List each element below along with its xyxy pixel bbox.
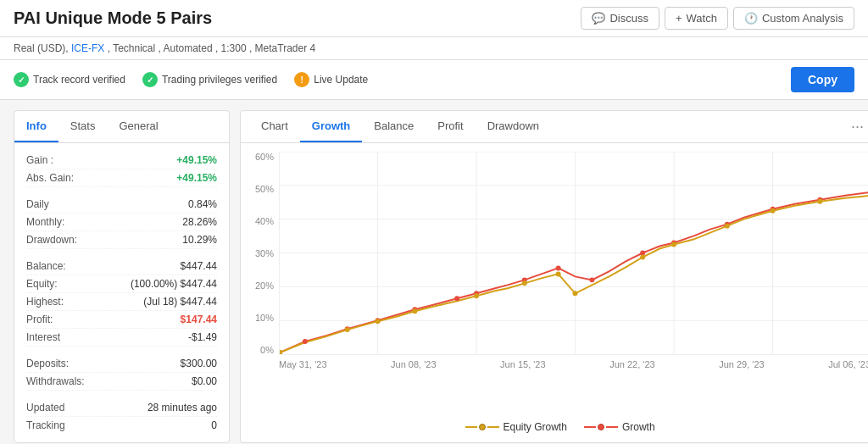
growth-line (280, 192, 868, 352)
live-update-icon: ! (294, 72, 309, 87)
chart-legend: Equity Growth Growth (241, 414, 868, 440)
tab-growth[interactable]: Growth (300, 111, 363, 142)
trading-privileges-icon: ✓ (142, 72, 158, 87)
main-content: Info Stats General Gain : +49.15% Abs. G… (0, 100, 868, 444)
tab-drawdown[interactable]: Drawdown (476, 111, 551, 142)
growth-chart (279, 152, 868, 355)
info-row-updated: Updated 28 minutes ago (26, 399, 217, 417)
equity-dot (573, 291, 578, 296)
x-axis: May 31, '23 Jun 08, '23 Jun 15, '23 Jun … (279, 355, 868, 369)
sub-bar: Real (USD), ICE-FX , Technical , Automat… (0, 37, 868, 60)
info-row-tracking: Tracking 0 (26, 417, 217, 434)
page-title: PAI Unique Mode 5 Pairs (14, 8, 212, 28)
track-record-label: Track record verified (33, 74, 125, 86)
equity-dot (412, 308, 417, 314)
equity-dot (345, 327, 350, 332)
equity-dot (725, 224, 730, 229)
growth-dot (303, 339, 308, 344)
top-actions: 💬 Discuss + Watch 🕐 Custom Analysis (581, 7, 854, 30)
more-options-button[interactable]: ··· (844, 114, 868, 139)
growth-dot (454, 296, 459, 301)
trading-privileges-label: Trading privileges verified (162, 74, 277, 86)
track-record-badge: ✓ Track record verified (14, 72, 125, 87)
info-section: Gain : +49.15% Abs. Gain: +49.15% Daily … (14, 143, 229, 442)
growth-dot (556, 265, 561, 270)
top-bar: PAI Unique Mode 5 Pairs 💬 Discuss + Watc… (0, 0, 868, 37)
info-row-profit: Profit: $147.44 (26, 311, 217, 329)
equity-dot (376, 319, 381, 324)
equity-dot (640, 254, 645, 259)
equity-dot (771, 208, 776, 214)
track-record-icon: ✓ (14, 72, 29, 87)
info-row-interest: Interest -$1.49 (26, 329, 217, 347)
info-row-monthly: Monthly: 28.26% (26, 214, 217, 231)
trading-privileges-badge: ✓ Trading privileges verified (142, 72, 277, 87)
tab-profit[interactable]: Profit (426, 111, 475, 142)
copy-button[interactable]: Copy (791, 67, 854, 92)
discuss-icon: 💬 (592, 12, 605, 25)
tab-chart[interactable]: Chart (249, 111, 300, 142)
growth-dot (589, 277, 594, 282)
badges-container: ✓ Track record verified ✓ Trading privil… (14, 72, 368, 87)
custom-analysis-button[interactable]: 🕐 Custom Analysis (733, 7, 854, 30)
live-update-label: Live Update (314, 74, 368, 86)
chart-tabs-bar: Chart Growth Balance Profit Drawdown ··· (241, 111, 868, 143)
info-row-highest: Highest: (Jul 18) $447.44 (26, 293, 217, 311)
tab-general[interactable]: General (107, 111, 170, 142)
info-row-equity: Equity: (100.00%) $447.44 (26, 275, 217, 293)
y-axis: 0% 10% 20% 30% 40% 50% 60% (249, 152, 279, 355)
icefx-link[interactable]: ICE-FX (71, 42, 104, 54)
left-tabs: Info Stats General (14, 111, 229, 143)
discuss-button[interactable]: 💬 Discuss (581, 7, 659, 30)
info-row-balance: Balance: $447.44 (26, 258, 217, 275)
equity-dot (522, 280, 527, 286)
tab-stats[interactable]: Stats (58, 111, 108, 142)
equity-dot (556, 271, 561, 276)
chart-area: 0% 10% 20% 30% 40% 50% 60% (241, 143, 868, 414)
equity-dot (474, 293, 479, 298)
badges-bar: ✓ Track record verified ✓ Trading privil… (0, 60, 868, 100)
equity-dot (671, 242, 676, 247)
equity-dot (817, 199, 822, 204)
info-row-withdrawals: Withdrawals: $0.00 (26, 373, 217, 391)
tab-balance[interactable]: Balance (362, 111, 426, 142)
plus-icon: + (676, 12, 682, 25)
info-row-drawdown: Drawdown: 10.29% (26, 231, 217, 249)
chart-tabs: Chart Growth Balance Profit Drawdown (249, 111, 551, 142)
left-panel: Info Stats General Gain : +49.15% Abs. G… (14, 110, 230, 443)
right-panel: Chart Growth Balance Profit Drawdown ···… (240, 110, 868, 443)
live-update-badge: ! Live Update (294, 72, 368, 87)
info-row-gain: Gain : +49.15% (26, 152, 217, 169)
legend-growth: Growth (584, 421, 655, 433)
clock-icon: 🕐 (744, 12, 758, 25)
info-row-abs-gain: Abs. Gain: +49.15% (26, 169, 217, 187)
watch-button[interactable]: + Watch (665, 7, 728, 30)
tab-info[interactable]: Info (14, 111, 58, 142)
legend-equity-growth: Equity Growth (465, 421, 567, 433)
info-row-daily: Daily 0.84% (26, 196, 217, 214)
info-row-deposits: Deposits: $300.00 (26, 355, 217, 373)
